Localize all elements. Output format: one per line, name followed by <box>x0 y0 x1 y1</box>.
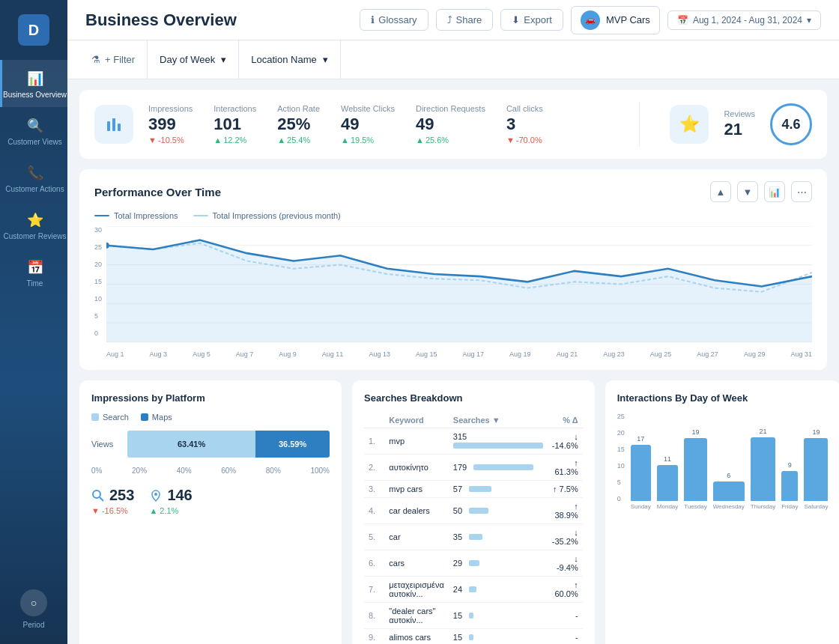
glossary-button[interactable]: ℹ Glossary <box>360 9 428 31</box>
dow-bar-value: 11 <box>664 455 671 463</box>
maps-value: 146 <box>167 487 192 504</box>
row-pct: ↑ 7.5% <box>548 481 583 498</box>
row-keyword: mvp <box>384 428 449 455</box>
reviews-icon: ⭐ <box>670 105 709 144</box>
dow-y-axis: 2520151050 <box>617 413 628 502</box>
dow-bar-label: Sunday <box>631 503 651 510</box>
row-keyword: mvp cars <box>384 481 449 498</box>
website-clicks-stat: Website Clicks 49 ▲ 19.5% <box>341 104 395 145</box>
svg-line-13 <box>100 497 103 501</box>
row-pct: ↓ -14.6% <box>548 428 583 455</box>
filter-button[interactable]: ⚗ + Filter <box>79 40 148 79</box>
call-value: 3 <box>506 115 543 134</box>
maps-stat: 146 ▲ 2.1% <box>149 487 192 515</box>
sidebar-item-customer-reviews[interactable]: ⭐ Customer Reviews <box>0 201 67 249</box>
table-row: 8. "dealer cars" αυτοκίν... 15 - <box>364 603 583 629</box>
table-row: 3. mvp cars 57 ↑ 7.5% <box>364 481 583 498</box>
dow-bar-item: 21 Thursday <box>751 428 775 510</box>
sidebar-item-customer-views[interactable]: 🔍 Customer Views <box>0 107 67 154</box>
dow-bar-item: 6 Wednesday <box>713 428 745 510</box>
glossary-label: Glossary <box>378 14 417 25</box>
dow-bars: 17 Sunday 11 Monday 19 Tuesday 6 Wednesd… <box>631 413 829 510</box>
row-rank: 9. <box>364 629 384 645</box>
maps-change: ▲ 2.1% <box>149 506 192 515</box>
table-row: 4. car dealers 50 ↑ 38.9% <box>364 498 583 524</box>
row-pct: ↑ 60.0% <box>548 577 583 603</box>
row-pct: ↑ 38.9% <box>548 498 583 524</box>
header: Business Overview ℹ Glossary ⤴ Share ⬇ E… <box>67 0 839 40</box>
platform-legend: Search Maps <box>91 413 330 422</box>
searches-title: Searches Breakdown <box>364 392 583 404</box>
row-keyword: μεταχειρισμένα αυτοκίν... <box>384 577 449 603</box>
dow-bar-item: 19 Tuesday <box>684 428 706 510</box>
dow-bar-label: Thursday <box>751 503 775 510</box>
chart-icon: 📊 <box>27 70 43 87</box>
sidebar-item-label: Time <box>27 279 43 288</box>
scroll-up-button[interactable]: ▲ <box>710 181 731 202</box>
interactions-label: Interactions <box>213 104 256 113</box>
chart-actions: ▲ ▼ 📊 ⋯ <box>710 181 812 202</box>
dow-bar-label: Wednesday <box>713 503 745 510</box>
row-searches: 29 <box>449 550 548 577</box>
dow-bar <box>713 482 745 501</box>
chart-type-button[interactable]: 📊 <box>764 181 785 202</box>
stats-divider <box>639 102 640 147</box>
location-badge[interactable]: 🚗 MVP Cars <box>571 6 660 34</box>
impressions-icon <box>94 105 133 144</box>
sidebar-item-customer-actions[interactable]: 📞 Customer Actions <box>0 154 67 201</box>
stats-card: Impressions 399 ▼ -10.5% Interactions 10… <box>79 90 827 159</box>
export-button[interactable]: ⬇ Export <box>500 9 563 31</box>
impressions-change: ▼ -10.5% <box>148 136 193 145</box>
row-searches: 15 <box>449 603 548 629</box>
dow-bar-value: 9 <box>788 461 792 469</box>
bottom-grid: Impressions by Platform Search Maps View… <box>79 380 827 644</box>
legend-search: Search <box>91 413 129 422</box>
direction-stat: Direction Requests 49 ▲ 25.6% <box>416 104 485 145</box>
platform-bottom-stats: 253 ▼ -16.5% 146 ▲ 2.1% <box>91 487 330 515</box>
sidebar-item-business-overview[interactable]: 📊 Business Overview <box>0 60 67 107</box>
direction-value: 49 <box>416 115 485 134</box>
dow-bar <box>751 437 775 501</box>
row-keyword: "dealer cars" αυτοκίν... <box>384 603 449 629</box>
chart-header: Performance Over Time ▲ ▼ 📊 ⋯ <box>94 181 812 202</box>
dow-bar <box>781 471 798 501</box>
content-area: Impressions 399 ▼ -10.5% Interactions 10… <box>67 79 839 644</box>
svg-rect-2 <box>118 124 121 131</box>
row-pct: ↓ -35.2% <box>548 524 583 550</box>
website-clicks-label: Website Clicks <box>341 104 395 113</box>
calendar-icon: 📅 <box>677 15 688 25</box>
scroll-down-button[interactable]: ▼ <box>737 181 758 202</box>
dow-bar-item: 19 Saturday <box>804 428 828 510</box>
table-row: 5. car 35 ↓ -35.2% <box>364 524 583 550</box>
dow-bar-label: Friday <box>781 503 798 510</box>
sidebar-item-time[interactable]: 📅 Time <box>0 249 67 296</box>
call-stat: Call clicks 3 ▼ -70.0% <box>506 104 543 145</box>
row-rank: 2. <box>364 455 384 481</box>
action-rate-stat: Action Rate 25% ▲ 25.4% <box>277 104 320 145</box>
share-button[interactable]: ⤴ Share <box>436 9 494 31</box>
call-change: ▼ -70.0% <box>506 136 543 145</box>
legend-item-previous: Total Impressions (previous month) <box>193 211 341 220</box>
col-pct-header: % Δ <box>548 413 583 428</box>
logo-letter: D <box>28 22 39 39</box>
sidebar-logo: D <box>0 0 67 60</box>
chart-more-button[interactable]: ⋯ <box>791 181 812 202</box>
row-rank: 1. <box>364 428 384 455</box>
sidebar-item-label: Customer Actions <box>5 185 64 194</box>
row-searches: 315 <box>449 428 548 455</box>
date-range-picker[interactable]: 📅 Aug 1, 2024 - Aug 31, 2024 ▾ <box>667 10 821 30</box>
location-name-filter[interactable]: Location Name ▾ <box>239 40 340 79</box>
dow-bar-value: 19 <box>812 428 820 436</box>
reviews-label: Reviews <box>724 109 755 118</box>
col-searches-header: Searches ▼ <box>449 413 548 428</box>
row-searches: 57 <box>449 481 548 498</box>
share-label: Share <box>456 14 482 25</box>
chart-legend: Total Impressions Total Impressions (pre… <box>94 211 812 220</box>
period-toggle[interactable]: ○ <box>20 589 47 616</box>
svg-rect-0 <box>107 121 110 131</box>
svg-marker-10 <box>106 240 812 342</box>
table-row: 6. cars 29 ↓ -9.4% <box>364 550 583 577</box>
dow-chart-panel: Interactions By Day of Week 2520151050 1… <box>605 380 839 644</box>
sidebar-item-label: Customer Views <box>7 138 62 147</box>
day-of-week-filter[interactable]: Day of Week ▾ <box>148 40 239 79</box>
